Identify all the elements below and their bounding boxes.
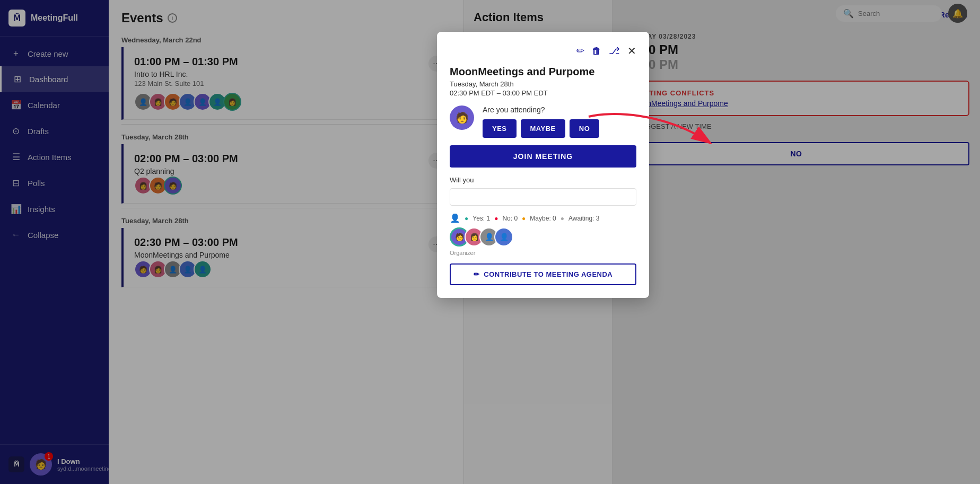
join-meeting-button[interactable]: JOIN MEETING [450, 145, 636, 168]
popup-body: 🧑 Are you attending? YES MAYBE NO [450, 105, 636, 145]
popup-time: 02:30 PM EDT – 03:00 PM EDT [450, 89, 636, 97]
edit-icon: ✏ [576, 46, 584, 56]
popup-organizer-avatar: 🧑 [450, 105, 474, 130]
will-you-section: Will you [450, 176, 636, 206]
yes-button[interactable]: YES [483, 119, 517, 138]
edit-button[interactable]: ✏ [576, 45, 584, 57]
popup-date: Tuesday, March 28th [450, 80, 636, 88]
share-button[interactable]: ⎇ [609, 45, 620, 57]
popup-toolbar: ✏ 🗑 ⎇ ✕ [450, 45, 636, 57]
maybe-stat-label: Maybe: 0 [530, 215, 556, 222]
popup-details: Are you attending? YES MAYBE NO [483, 105, 636, 145]
contribute-label: CONTRIBUTE TO MEETING AGENDA [484, 270, 612, 278]
awaiting-stat-label: Awaiting: 3 [568, 215, 599, 222]
modal-overlay: ✏ 🗑 ⎇ ✕ MoonMeetings and Purpome Tuesday… [0, 0, 980, 484]
organizer-label: Organizer [450, 250, 636, 256]
maybe-button[interactable]: MAYBE [521, 119, 565, 138]
yes-stat-label: Yes: 1 [472, 215, 490, 222]
no-stat-label: No: 0 [502, 215, 518, 222]
share-icon: ⎇ [609, 46, 620, 56]
delete-icon: 🗑 [592, 46, 601, 56]
attendees-icon: 👤 [450, 213, 460, 223]
awaiting-stat-dot: ● [561, 215, 564, 222]
attend-buttons: YES MAYBE NO [483, 119, 636, 138]
close-button[interactable]: ✕ [627, 45, 636, 57]
popup-title: MoonMeetings and Purpome [450, 66, 636, 78]
no-stat-dot: ● [494, 215, 498, 222]
attendees-stats: 👤 ● Yes: 1 ● No: 0 ● Maybe: 0 ● Awaiting… [450, 213, 636, 223]
attending-label: Are you attending? [483, 105, 636, 114]
will-you-input[interactable] [450, 188, 636, 206]
will-you-label: Will you [450, 176, 636, 184]
contribute-button[interactable]: ✏ CONTRIBUTE TO MEETING AGENDA [450, 263, 636, 285]
no-attend-button[interactable]: NO [570, 119, 600, 138]
attendee-avatars-row: 🧑 👩 👤 👤 [450, 227, 636, 247]
close-icon: ✕ [627, 45, 636, 57]
attendee-avatar: 👤 [494, 227, 513, 247]
yes-stat: ● [465, 215, 468, 222]
delete-button[interactable]: 🗑 [592, 45, 601, 57]
maybe-stat-dot: ● [522, 215, 526, 222]
meeting-popup: ✏ 🗑 ⎇ ✕ MoonMeetings and Purpome Tuesday… [437, 32, 649, 298]
pencil-icon: ✏ [474, 270, 480, 278]
